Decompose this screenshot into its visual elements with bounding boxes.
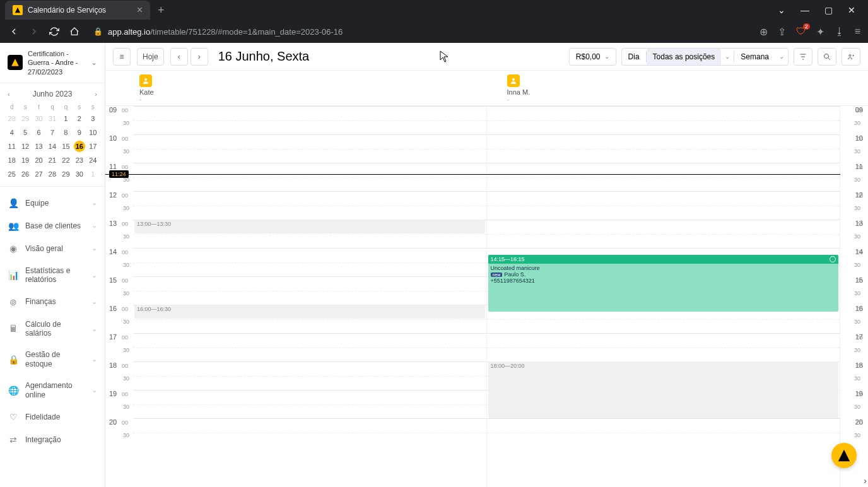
view-week-button[interactable]: Semana — [734, 49, 775, 65]
cal-day[interactable]: 28 — [6, 113, 18, 124]
downloads-icon[interactable]: ⭳ — [835, 26, 845, 37]
tab-close-icon[interactable]: × — [137, 4, 143, 16]
sidebar-item[interactable]: 📊 Estatísticas e relatórios ⌄ — [0, 260, 105, 291]
sidebar-item[interactable]: 🌐 Agendamento online ⌄ — [0, 375, 105, 406]
menu-icon[interactable]: ≡ — [855, 26, 860, 37]
collapse-panel-icon[interactable]: › — [864, 476, 867, 486]
home-button[interactable] — [68, 26, 81, 37]
cal-day[interactable]: 10 — [87, 127, 98, 138]
cal-day[interactable]: 24 — [87, 155, 98, 166]
share-icon[interactable]: ⇪ — [778, 26, 786, 38]
browser-tab[interactable]: Calendário de Serviços × — [5, 1, 150, 20]
chevron-down-icon: ⌄ — [91, 325, 97, 333]
cal-day[interactable]: 18 — [6, 155, 18, 166]
org-selector[interactable]: Certification - Guerra - Andre - 27/02/2… — [0, 43, 105, 83]
cal-day[interactable]: 11 — [6, 141, 18, 152]
filter-button[interactable] — [794, 48, 812, 66]
sidebar-item[interactable]: ♡ Fidelidade — [0, 406, 105, 428]
zoom-button[interactable] — [818, 48, 836, 66]
chevron-down-icon[interactable]: ⌄ — [775, 49, 788, 65]
cal-day[interactable]: 12 — [20, 141, 31, 152]
forward-button[interactable] — [28, 26, 40, 37]
today-button[interactable]: Hoje — [137, 48, 164, 66]
new-tab-button[interactable]: + — [150, 4, 172, 17]
cal-day[interactable]: 2 — [74, 113, 85, 124]
people-button[interactable] — [842, 48, 860, 66]
cal-day[interactable]: 6 — [33, 127, 45, 138]
resource-sub: - — [139, 96, 495, 103]
shield-icon[interactable]: 🛡2 — [796, 26, 806, 37]
cal-day[interactable]: 25 — [6, 168, 18, 180]
chevron-down-icon[interactable]: ⌄ — [778, 5, 785, 15]
hamburger-button[interactable]: ≡ — [113, 48, 131, 66]
cal-day[interactable]: 3 — [87, 113, 98, 124]
cal-day[interactable]: 19 — [20, 155, 31, 166]
cal-day[interactable]: 15 — [60, 141, 71, 152]
cal-day[interactable]: 21 — [47, 155, 58, 166]
amount-button[interactable]: R$0,00 ⌄ — [569, 48, 616, 66]
cal-day[interactable]: 29 — [60, 168, 71, 180]
sidebar-item[interactable]: 🔒 Gestão de estoque ⌄ — [0, 344, 105, 375]
blocked-slot[interactable]: 18:00—20:00 — [488, 361, 839, 418]
time-label: 180030 — [840, 361, 864, 390]
calendar-column[interactable]: 13:00—13:3016:00—16:30 — [133, 106, 487, 487]
sidebar-item[interactable]: ◉ Visão geral ⌄ — [0, 237, 105, 260]
cal-day[interactable]: 13 — [33, 141, 45, 152]
cal-day[interactable]: 9 — [74, 127, 85, 138]
cal-day[interactable]: 14 — [47, 141, 58, 152]
minimize-icon[interactable]: — — [801, 5, 809, 15]
cal-day[interactable]: 20 — [33, 155, 45, 166]
reload-button[interactable] — [48, 26, 61, 37]
cal-day[interactable]: 16 — [74, 141, 85, 152]
chevron-down-icon: ⌄ — [91, 199, 97, 207]
help-fab[interactable] — [831, 443, 857, 468]
blocked-slot[interactable]: 16:00—16:30 — [134, 305, 485, 319]
maximize-icon[interactable]: ▢ — [824, 5, 833, 15]
menu-icon: ♡ — [8, 412, 19, 422]
chevron-down-icon[interactable]: ⌄ — [721, 49, 734, 65]
resource-column-header[interactable]: Inna M. - — [501, 71, 869, 105]
appointment[interactable]: 14:15—16:15 Uncoated manicure newPaulo S… — [488, 255, 839, 312]
cal-day[interactable]: 8 — [60, 127, 71, 138]
cal-day[interactable]: 28 — [47, 168, 58, 180]
cal-day[interactable]: 1 — [87, 168, 98, 180]
menu-label: Finanças — [25, 297, 85, 306]
sidebar-item[interactable]: 🖩 Cálculo de salários ⌄ — [0, 314, 105, 344]
back-button[interactable] — [8, 26, 20, 37]
view-day-button[interactable]: Dia — [622, 49, 646, 65]
cal-day[interactable]: 26 — [20, 168, 31, 180]
cal-day[interactable]: 31 — [47, 113, 58, 124]
cal-prev-button[interactable]: ‹ — [5, 90, 13, 98]
cal-day[interactable]: 22 — [60, 155, 71, 166]
cal-day[interactable]: 7 — [47, 127, 58, 138]
url-bar[interactable]: 🔒 app.alteg.io/timetable/751228/#mode=1&… — [88, 27, 752, 37]
extensions-icon[interactable]: ✦ — [816, 26, 824, 38]
close-window-icon[interactable]: ✕ — [848, 5, 855, 15]
calendar-column[interactable]: 18:00—20:0014:15—16:15 Uncoated manicure… — [487, 106, 841, 487]
zoom-icon[interactable]: ⊕ — [760, 26, 768, 38]
cal-day[interactable]: 1 — [60, 113, 71, 124]
cal-day[interactable]: 30 — [33, 113, 45, 124]
cal-day[interactable]: 5 — [20, 127, 31, 138]
cal-day[interactable]: 23 — [74, 155, 85, 166]
cal-day[interactable]: 30 — [74, 168, 85, 180]
prev-day-button[interactable]: ‹ — [170, 48, 188, 66]
cursor-icon — [440, 50, 450, 66]
cal-day[interactable]: 27 — [33, 168, 45, 180]
cal-next-button[interactable]: › — [92, 90, 100, 98]
sidebar-item[interactable]: 👥 Base de clientes ⌄ — [0, 214, 105, 237]
time-label: 180030 — [105, 361, 133, 390]
chevron-down-icon: ⌄ — [91, 244, 97, 252]
view-positions-button[interactable]: Todas as posições — [647, 49, 722, 65]
time-label: 100030 — [105, 134, 133, 163]
blocked-slot[interactable]: 13:00—13:30 — [134, 220, 485, 233]
cal-day[interactable]: 4 — [6, 127, 18, 138]
sidebar-item[interactable]: ⇄ Integração — [0, 428, 105, 451]
cal-day[interactable]: 17 — [87, 141, 98, 152]
resource-column-header[interactable]: Kate - — [133, 71, 501, 105]
browser-actions: ⊕ ⇪ 🛡2 ✦ ⭳ ≡ — [760, 26, 860, 38]
next-day-button[interactable]: › — [191, 48, 208, 66]
cal-day[interactable]: 29 — [20, 113, 31, 124]
sidebar-item[interactable]: 👤 Equipe ⌄ — [0, 192, 105, 214]
sidebar-item[interactable]: ⊚ Finanças ⌄ — [0, 291, 105, 314]
